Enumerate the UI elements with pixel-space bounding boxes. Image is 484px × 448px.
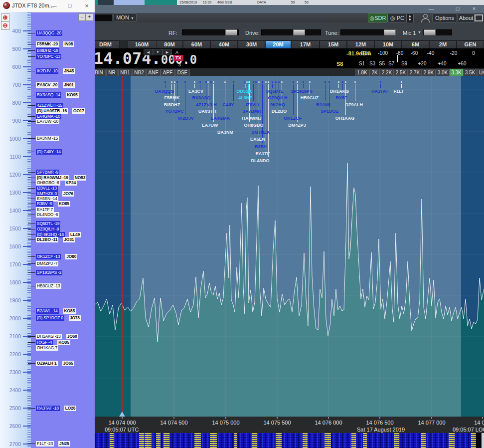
decode-callsign-chip[interactable]: HB9CUZ -13 [36,283,61,289]
decode-row[interactable]: SP1919PS -2 [36,270,62,275]
spectrum-callsign-ua3qqg[interactable]: UA3QQG [155,89,174,94]
mic-dropdown-arrow-icon[interactable]: ▼ [418,30,421,34]
decode-row[interactable]: OH1KAG 7 [36,345,58,351]
decode-callsign-chip[interactable]: BI8DHZ -19 [36,48,59,53]
jtdx-minimize-icon[interactable]: — [48,0,60,11]
dsp-button-anf[interactable]: ANF [146,69,161,76]
decode-callsign-chip[interactable]: SP1919PS -2 [36,270,62,275]
decode-row[interactable]: (D) G4IIY -14 [36,149,62,155]
spectrum-callsign-sp7bmr[interactable]: SP7BMR [242,109,261,114]
decode-row[interactable]: R3BV -9KO85 [36,201,70,207]
dsp-button-nb1[interactable]: NB1 [118,69,132,76]
speaker-cabinet-icon[interactable] [406,13,414,23]
decode-callsign-chip[interactable]: (D) UA0STR -16 [36,108,68,114]
zoom-in-icon[interactable]: ⊕ [1,13,9,22]
decode-callsign-chip[interactable]: EA7UW -10 [36,119,59,124]
spectrum-callsign-od5sk[interactable]: OD5SK [236,89,252,94]
decode-callsign-chip[interactable]: RX3ASQ -14 [36,92,61,98]
decode-callsign-chip[interactable]: RX5F -4 [36,340,53,345]
sdr-audio-button[interactable]: ◎SDR [368,13,388,22]
decode-row[interactable]: (D) SP1DOZ 0JO73 [36,315,81,321]
vfo-arrow-down-icon[interactable]: ▼ [153,49,162,55]
spectrum-callsign-g4iiy[interactable]: G4IIY [222,102,234,107]
spectrum-callsign-dl4ndo[interactable]: DL4NDO [251,158,269,163]
decode-row[interactable]: BI8DHZ -19 [36,48,59,53]
decode-row[interactable]: IZ0VLL -13 [36,186,58,191]
spectrum-callsign-oz9alh[interactable]: OZ9ALH [345,102,363,107]
spectrum-callsign-rx3asq[interactable]: RX3ASQ [192,95,210,100]
decode-callsign-chip[interactable]: RA3TAT -18 [36,406,60,411]
decode-row[interactable]: RX3ASQ -14KO95 [36,92,79,98]
band-button-drm[interactable]: DRM [91,40,120,49]
spectrum-callsign-oz0qlh[interactable]: OZ0Q/LH [268,95,287,100]
vfo-arrow-right-icon[interactable]: ▶ [162,49,172,55]
sdr-maximize-icon[interactable]: □ [451,5,464,12]
decode-row[interactable]: OZ0Q/LH -9 [36,226,60,232]
decode-callsign-chip[interactable]: UA3QQG -20 [36,30,62,36]
dsp-button-apf[interactable]: APF [161,69,175,76]
decode-callsign-chip[interactable]: DH1AKG -13 [36,334,62,339]
decode-callsign-chip[interactable]: DL2BO -11 [36,237,58,242]
decode-callsign-chip[interactable]: DL4NDO -6 [36,212,59,218]
spectrum-callsign-f1lt[interactable]: F1LT [394,89,404,94]
spectrum-callsign-ea7uw[interactable]: EA7UW [202,123,218,128]
jtdx-grow-button[interactable]: + [86,13,93,21]
spectrum-callsign-rx5f[interactable]: RX5F [335,95,347,100]
jtdx-maximize-icon[interactable]: □ [64,0,76,11]
decode-row[interactable]: OH8GBO -8KP24 [36,180,77,186]
spectrum-callsign-r2awl[interactable]: R2AWL [316,102,332,107]
jtdx-shrink-button[interactable]: - [78,13,86,21]
decode-row[interactable]: 4Z1ZV/LH -15 [36,103,63,108]
spectrum-callsign-oh8gbo[interactable]: OH8GBO [244,123,263,128]
decode-row[interactable]: DL2BO -11JO31 [36,237,75,242]
decode-row[interactable]: F1LT -23JN25 [36,441,70,447]
decode-callsign-chip[interactable]: OZ0Q/LH -9 [36,226,60,232]
sdr-close-icon[interactable]: × [468,5,481,12]
slider-handle[interactable] [225,29,237,35]
spectrum-callsign-f5rmk[interactable]: F5RMK [164,95,180,100]
decode-row[interactable]: RX5F -4KO85 [36,340,70,345]
filter-button-2.2k[interactable]: 2.2K [380,69,394,76]
decode-callsign-chip[interactable]: OH8GBO -8 [36,180,60,186]
spectrum-callsign-r3bv[interactable]: R3BV [255,144,267,149]
decode-row[interactable]: IK2DJV -10JN45 [36,68,75,74]
spectrum-callsign-sq5dtl[interactable]: SQ5DTL [266,89,284,94]
zoom-out-icon[interactable]: ⊖ [1,21,9,30]
spectrum-callsign-sm7hzk[interactable]: SM7HZK [251,130,270,135]
band-button-40m[interactable]: 40M [210,40,238,49]
spectrum-callsign-sp1doz[interactable]: SP1DOZ [321,109,338,114]
spectrum-callsign-dm4zpj[interactable]: DM4ZPJ [288,123,306,128]
spectrum-callsign-ik2djv[interactable]: IK2DJV [178,116,194,121]
decode-callsign-chip[interactable]: R3BV -9 [36,201,53,207]
dsp-button-nb2[interactable]: NB2 [132,69,146,76]
spectrum-callsign-la4gma[interactable]: LA4GMA [211,116,230,121]
band-button-80m[interactable]: 80M [156,40,183,49]
decode-row[interactable]: DL4NDO -6 [36,212,59,218]
decode-callsign-chip[interactable]: F1LT -23 [36,441,54,447]
decode-row[interactable]: BA3NM -15 [36,136,59,141]
decode-row[interactable]: DH1AKG -13JO60 [36,334,78,339]
filter-button-2.7k[interactable]: 2.7K [408,69,422,76]
decode-callsign-chip[interactable]: OH1KAG 7 [36,345,58,351]
decode-row[interactable]: SP7BMR -9 [36,170,59,175]
mon-button[interactable]: MON ▼ [114,13,137,22]
band-button-12m[interactable]: 12M [347,40,374,49]
decode-callsign-chip[interactable]: R2AWL -14 [36,308,59,314]
user-profile-icon[interactable] [420,14,430,22]
spectrum-callsign-sp1919ps[interactable]: SP1919PS [291,89,313,94]
dsp-button-nr[interactable]: NR [106,69,118,76]
decode-row[interactable]: (D) UA0STR -16OO17 [36,108,85,114]
decode-callsign-chip[interactable]: EA3CV -20 [36,82,58,88]
band-button-160m[interactable]: 160M [127,40,157,49]
decode-callsign-chip[interactable]: YO7BPC -13 [36,54,61,59]
waterfall-scrollbar[interactable] [482,433,484,448]
band-button-15m[interactable]: 15M [320,40,347,49]
options-button[interactable]: Options [432,13,457,22]
band-button-20m[interactable]: 20M [265,40,291,49]
filter-button-1.8k[interactable]: 1.8K [355,69,369,76]
filter-button-3.5k[interactable]: 3.5K [463,69,477,76]
spectrum-callsign-dl2bo[interactable]: DL2BO [272,109,287,114]
spectrum-callsign-yo7bpc[interactable]: YO7BPC [165,109,183,114]
band-button-60m[interactable]: 60M [183,40,210,49]
decode-callsign-chip[interactable]: 4Z1ZV/LH -15 [36,103,63,108]
